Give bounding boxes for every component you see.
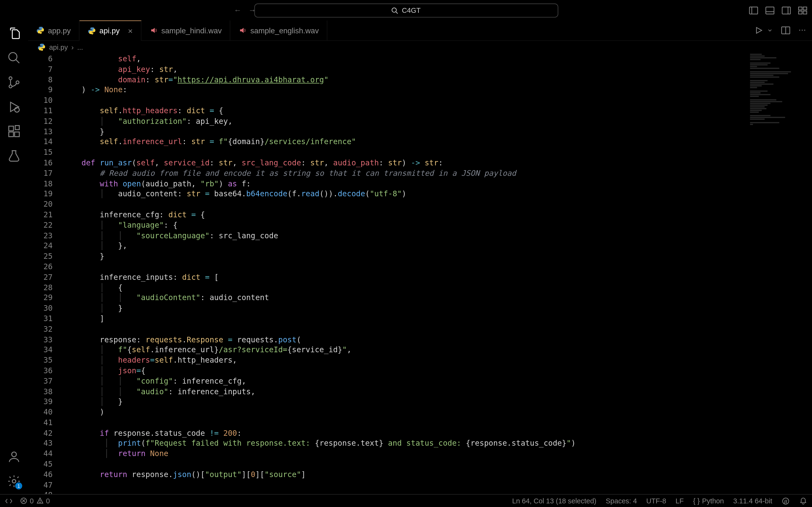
svg-point-12: [9, 53, 17, 61]
nav-arrows: ← →: [234, 6, 256, 14]
svg-line-1: [396, 12, 398, 13]
source-control-icon[interactable]: [7, 75, 21, 89]
python-file-icon: [38, 43, 46, 51]
svg-rect-2: [749, 7, 758, 14]
svg-rect-6: [782, 7, 791, 14]
python-interpreter[interactable]: 3.11.4 64-bit: [733, 497, 772, 505]
editor-actions: ⋯: [754, 25, 806, 35]
tab-api-py[interactable]: api.py ×: [80, 20, 141, 41]
command-center[interactable]: C4GT: [254, 3, 558, 17]
svg-point-0: [392, 7, 397, 12]
tab-label: sample_hindi.wav: [161, 26, 221, 35]
language-mode[interactable]: { } Python: [693, 497, 724, 505]
python-file-icon: [88, 26, 96, 35]
more-actions-icon[interactable]: ⋯: [799, 25, 806, 35]
minimap[interactable]: [745, 54, 804, 229]
search-text: C4GT: [402, 6, 420, 14]
tab-label: sample_english.wav: [250, 26, 319, 35]
svg-rect-10: [799, 11, 802, 14]
nav-forward-icon[interactable]: →: [248, 6, 256, 14]
tab-sample-hindi-wav[interactable]: sample_hindi.wav: [141, 20, 231, 41]
svg-point-34: [782, 498, 789, 504]
toggle-secondary-sidebar-icon[interactable]: [781, 6, 791, 15]
editor-tabs: app.py api.py × sample_hindi.wav sample_…: [28, 20, 812, 41]
feedback-icon[interactable]: [781, 497, 790, 505]
svg-rect-19: [9, 126, 13, 131]
svg-rect-22: [15, 125, 19, 130]
toggle-primary-sidebar-icon[interactable]: [749, 6, 758, 15]
titlebar-actions: [749, 6, 807, 15]
svg-rect-8: [799, 7, 802, 10]
remote-indicator[interactable]: [5, 497, 13, 505]
breadcrumb-rest: ...: [77, 43, 83, 51]
nav-back-icon[interactable]: ←: [234, 6, 242, 14]
editor[interactable]: 6789101112131415161718192021222324252627…: [28, 54, 812, 494]
breadcrumb[interactable]: api.py › ...: [28, 41, 812, 54]
toggle-panel-icon[interactable]: [765, 6, 774, 15]
svg-rect-9: [803, 7, 807, 10]
svg-point-33: [40, 502, 40, 502]
svg-point-24: [12, 480, 16, 483]
cursor-position[interactable]: Ln 64, Col 13 (18 selected): [512, 497, 597, 505]
customize-layout-icon[interactable]: [798, 6, 807, 15]
titlebar: ← → C4GT: [0, 0, 812, 20]
search-activity-icon[interactable]: [7, 51, 21, 65]
tab-app-py[interactable]: app.py: [28, 20, 80, 41]
run-debug-icon[interactable]: [7, 100, 21, 114]
svg-point-14: [9, 77, 12, 80]
indentation[interactable]: Spaces: 4: [606, 497, 637, 505]
close-tab-icon[interactable]: ×: [128, 26, 133, 36]
svg-line-13: [16, 60, 19, 63]
chevron-down-icon[interactable]: [767, 25, 773, 35]
code-content[interactable]: self, api_key: str, domain: str="https:/…: [63, 54, 812, 494]
encoding[interactable]: UTF-8: [646, 497, 666, 505]
eol[interactable]: LF: [675, 497, 684, 505]
breadcrumb-file: api.py: [49, 43, 68, 51]
run-file-icon[interactable]: [754, 25, 764, 35]
testing-icon[interactable]: [7, 149, 21, 163]
problems-indicator[interactable]: 0 0: [20, 497, 50, 505]
svg-marker-25: [756, 27, 762, 33]
line-numbers: 6789101112131415161718192021222324252627…: [28, 54, 63, 494]
svg-rect-11: [803, 11, 807, 14]
explorer-icon[interactable]: [7, 26, 21, 40]
audio-file-icon: [150, 26, 158, 35]
svg-point-16: [16, 81, 19, 84]
split-editor-icon[interactable]: [781, 25, 791, 35]
tab-label: app.py: [48, 26, 70, 35]
audio-file-icon: [239, 26, 247, 35]
svg-point-15: [9, 85, 12, 88]
svg-rect-20: [9, 132, 13, 137]
settings-gear-icon[interactable]: 1: [7, 474, 21, 488]
python-file-icon: [36, 26, 45, 35]
svg-point-23: [12, 452, 16, 457]
activity-bar: 1: [0, 20, 28, 494]
tab-sample-english-wav[interactable]: sample_english.wav: [231, 20, 328, 41]
accounts-icon[interactable]: [7, 450, 21, 464]
notifications-icon[interactable]: [799, 497, 807, 505]
tab-label: api.py: [99, 26, 120, 35]
svg-rect-4: [766, 7, 774, 14]
statusbar: 0 0 Ln 64, Col 13 (18 selected) Spaces: …: [0, 494, 812, 507]
svg-rect-21: [14, 132, 19, 137]
extensions-icon[interactable]: [7, 124, 21, 138]
breadcrumb-separator: ›: [71, 43, 74, 51]
search-icon: [391, 7, 398, 14]
